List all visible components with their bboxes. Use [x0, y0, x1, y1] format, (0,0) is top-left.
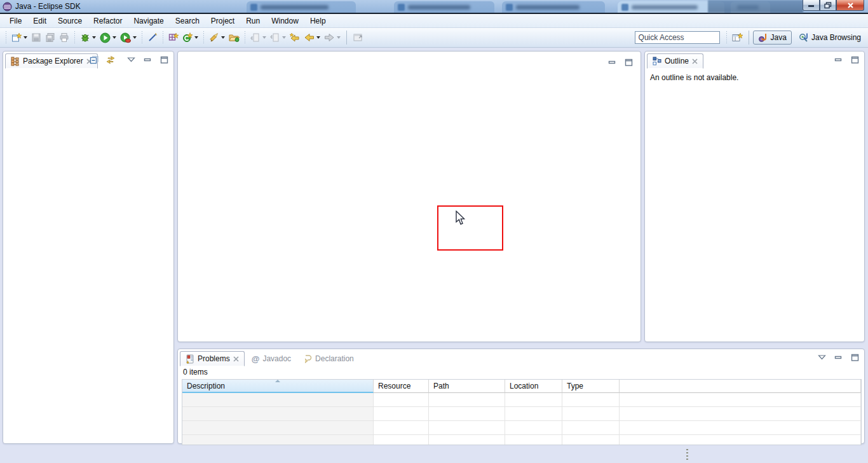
collapse-all-button[interactable]	[88, 55, 100, 65]
toolbar-divider	[346, 31, 347, 45]
toolbar-grip[interactable]	[73, 31, 76, 44]
menu-search[interactable]: Search	[170, 14, 205, 28]
perspective-java-button[interactable]: Java	[753, 31, 792, 45]
new-wizard-button[interactable]	[10, 30, 29, 45]
column-header-resource[interactable]: Resource	[374, 380, 429, 393]
toolbar-grip[interactable]	[161, 31, 165, 44]
menu-help[interactable]: Help	[304, 14, 332, 28]
open-type-button[interactable]	[227, 30, 241, 45]
background-browser-tab	[502, 1, 605, 13]
maximize-view-button[interactable]	[849, 352, 860, 363]
toolbar-grip[interactable]	[202, 31, 205, 44]
search-button[interactable]	[207, 30, 227, 45]
save-all-icon	[45, 32, 55, 43]
minimize-view-button[interactable]	[832, 55, 844, 65]
window-close-button[interactable]	[836, 0, 864, 11]
menu-refactor[interactable]: Refactor	[88, 14, 128, 28]
debug-button[interactable]	[78, 30, 98, 45]
close-icon[interactable]	[233, 356, 239, 362]
menu-edit[interactable]: Edit	[27, 14, 52, 28]
run-button[interactable]	[98, 30, 118, 45]
package-explorer-body	[3, 68, 173, 443]
tab-problems-label: Problems	[198, 354, 230, 363]
annotation-rectangle	[437, 205, 503, 251]
minimize-view-button[interactable]	[832, 352, 844, 363]
save-button[interactable]	[29, 30, 43, 45]
forward-arrow-icon	[324, 32, 335, 43]
window-minimize-button[interactable]	[803, 0, 820, 11]
tab-declaration[interactable]: Declaration	[298, 351, 359, 366]
close-icon[interactable]	[692, 59, 698, 64]
problems-table-header-row: Description Resource Path Location Type	[182, 380, 861, 393]
tab-javadoc[interactable]: @ Javadoc	[247, 351, 296, 366]
close-icon	[847, 2, 854, 9]
save-all-button[interactable]	[43, 30, 57, 45]
link-with-editor-toolbar-button[interactable]	[351, 30, 365, 45]
javadoc-at-icon: @	[252, 354, 260, 364]
menu-file[interactable]: File	[4, 14, 27, 28]
view-menu-button[interactable]	[125, 55, 137, 65]
toolbar-grip[interactable]	[140, 31, 144, 44]
menu-source[interactable]: Source	[52, 14, 88, 28]
column-header-path[interactable]: Path	[429, 380, 505, 393]
window-restore-button[interactable]	[820, 0, 836, 11]
problems-table: Description Resource Path Location Type	[182, 379, 862, 445]
previous-annotation-icon	[270, 32, 280, 43]
outline-empty-message: An outline is not available.	[650, 73, 738, 82]
link-with-editor-button[interactable]	[105, 55, 116, 65]
new-java-class-button[interactable]	[180, 30, 200, 45]
menu-window[interactable]: Window	[266, 14, 304, 28]
print-button[interactable]	[57, 30, 71, 45]
problems-panel: Problems @ Javadoc Declaration 0 items	[177, 349, 865, 444]
run-icon	[100, 32, 111, 43]
column-header-location[interactable]: Location	[505, 380, 562, 393]
java-browsing-perspective-icon	[799, 32, 809, 43]
chevron-down-icon	[282, 36, 286, 39]
new-java-project-button[interactable]	[166, 30, 180, 45]
minimize-view-button[interactable]	[142, 55, 153, 65]
outline-body: An outline is not available.	[645, 68, 864, 342]
tab-problems[interactable]: Problems	[180, 351, 245, 366]
minimize-icon	[808, 3, 815, 8]
maximize-editor-button[interactable]	[623, 57, 634, 67]
maximize-view-button[interactable]	[158, 55, 170, 65]
search-torch-icon	[209, 32, 219, 43]
new-java-class-icon	[182, 32, 193, 43]
status-bar-drag-handle[interactable]	[686, 449, 689, 462]
new-wizard-icon	[11, 32, 22, 43]
open-perspective-button[interactable]	[730, 30, 745, 45]
perspective-java-browsing-button[interactable]: Java Browsing	[794, 31, 865, 44]
chevron-down-icon	[133, 36, 137, 39]
chevron-down-icon	[92, 36, 96, 39]
maximize-view-button[interactable]	[849, 55, 860, 65]
column-header-description[interactable]: Description	[182, 380, 374, 393]
toolbar-grip[interactable]	[4, 31, 8, 44]
menu-run[interactable]: Run	[240, 14, 266, 28]
toolbar-grip[interactable]	[243, 31, 247, 44]
toggle-mark-occurrences-button[interactable]	[146, 30, 159, 45]
chevron-down-icon	[24, 36, 27, 39]
column-header-filler	[620, 380, 861, 393]
menu-project[interactable]: Project	[205, 14, 240, 28]
previous-annotation-button[interactable]	[268, 30, 288, 45]
debug-bug-icon	[80, 32, 90, 43]
chevron-down-icon	[194, 36, 198, 39]
last-edit-location-button[interactable]	[288, 30, 302, 45]
tab-package-explorer[interactable]: Package Explorer	[5, 53, 98, 69]
run-external-tools-button[interactable]	[118, 30, 139, 45]
quick-access-input[interactable]	[635, 31, 720, 44]
forward-button[interactable]	[322, 30, 342, 45]
background-browser-tab	[247, 1, 356, 13]
tab-outline[interactable]: Outline	[647, 53, 703, 69]
table-row	[182, 435, 861, 445]
back-button[interactable]	[302, 30, 322, 45]
problems-items-count: 0 items	[183, 368, 208, 377]
column-header-type[interactable]: Type	[562, 380, 620, 393]
next-annotation-button[interactable]	[248, 30, 268, 45]
view-menu-button[interactable]	[816, 352, 827, 363]
menu-navigate[interactable]: Navigate	[128, 14, 169, 28]
editor-area-panel	[177, 51, 641, 342]
sort-ascending-icon	[275, 380, 280, 382]
toolbar-grip[interactable]	[725, 31, 728, 44]
minimize-editor-button[interactable]	[606, 57, 618, 67]
